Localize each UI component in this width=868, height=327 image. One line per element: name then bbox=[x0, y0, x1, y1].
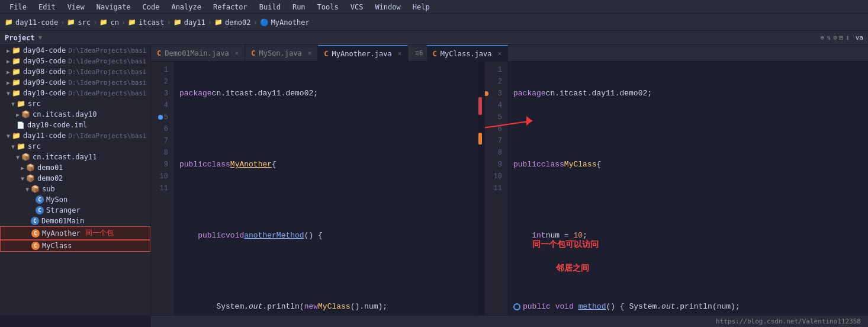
breadcrumb-myanother[interactable]: 🔵 bbox=[260, 18, 269, 27]
tab-icon-myson: C bbox=[251, 49, 255, 57]
class-icon-stranger: C bbox=[36, 206, 44, 214]
menu-tools[interactable]: Tools bbox=[313, 2, 343, 12]
folder-icon-day05: 📁 bbox=[12, 57, 21, 65]
sidebar-item-cn-itcast-day10[interactable]: 📦 cn.itcast.day10 bbox=[0, 109, 150, 120]
tab-close-demo01main[interactable]: × bbox=[235, 49, 239, 57]
sidebar-item-demo01main[interactable]: C Demo01Main bbox=[0, 216, 150, 226]
tab-myclass[interactable]: C MyClass.java × bbox=[427, 45, 509, 62]
sidebar-text-demo02: demo02 bbox=[37, 174, 63, 182]
menu-bar: File Edit View Navigate Code Analyze Ref… bbox=[0, 0, 868, 14]
line-numbers-left: 1 2 3 4 5 6 7 8 9 10 11 bbox=[151, 62, 175, 315]
sidebar-item-demo02[interactable]: 📦 demo02 bbox=[0, 173, 150, 184]
breadcrumb-demo02[interactable]: demo02 bbox=[225, 18, 250, 27]
sidebar-path-day11: D:\IdeaProjects\basi bbox=[68, 132, 146, 140]
breadcrumb-day11-pkg[interactable]: day11 bbox=[184, 18, 205, 27]
menu-window[interactable]: Window bbox=[370, 2, 405, 12]
sidebar-item-day11[interactable]: 📁 day11-code D:\IdeaProjects\basi bbox=[0, 130, 150, 141]
sidebar-item-day11-src[interactable]: 📁 src bbox=[0, 141, 150, 152]
tab-demo01main[interactable]: C Demo01Main.java × bbox=[151, 45, 245, 62]
sidebar-item-day10[interactable]: 📁 day10-code D:\IdeaProjects\basi bbox=[0, 88, 150, 98]
code-line-2 bbox=[179, 123, 473, 135]
menu-view[interactable]: View bbox=[63, 2, 89, 12]
code-lines-right[interactable]: package cn.itcast.day11.demo02; public c… bbox=[509, 62, 868, 315]
sidebar-item-day04[interactable]: 📁 day04-code D:\IdeaProjects\basi bbox=[0, 45, 150, 56]
one-pkg-label: 同一个包 bbox=[85, 228, 114, 238]
folder-icon-day10-src: 📁 bbox=[17, 100, 25, 108]
sidebar-text-myclass: MyClass bbox=[42, 242, 72, 250]
folder-icon-cnitcast10: 📦 bbox=[21, 110, 30, 118]
sidebar-item-demo01[interactable]: 📦 demo01 bbox=[0, 162, 150, 173]
menu-refactor[interactable]: Refactor bbox=[208, 2, 252, 12]
collapse-icon[interactable]: ⊟ bbox=[840, 34, 844, 41]
menu-run[interactable]: Run bbox=[288, 2, 310, 12]
folder-icon-demo01: 📦 bbox=[26, 164, 35, 172]
rcode-line-2 bbox=[513, 123, 863, 135]
project-label: Project bbox=[5, 34, 35, 42]
breadcrumb-icon-4: 📁 bbox=[173, 18, 182, 26]
menu-vcs[interactable]: VCS bbox=[346, 2, 368, 12]
menu-file[interactable]: File bbox=[5, 2, 31, 12]
class-icon-myanother: C bbox=[31, 229, 40, 238]
menu-navigate[interactable]: Navigate bbox=[92, 2, 136, 12]
sidebar-item-stranger[interactable]: C Stranger bbox=[0, 205, 150, 216]
toolbar: Project ▼ ⊕ ⇅ ⚙ ⊟ ↕ va bbox=[0, 31, 868, 45]
menu-help[interactable]: Help bbox=[408, 2, 435, 12]
breadcrumb-itcast[interactable]: itcast bbox=[139, 18, 164, 27]
breadcrumb-myanother-label[interactable]: MyAnother bbox=[271, 18, 310, 27]
rcode-line-6 bbox=[513, 265, 863, 277]
tab-close-myson[interactable]: × bbox=[308, 49, 312, 57]
tab-close-myanother[interactable]: × bbox=[398, 50, 402, 57]
breadcrumb-src[interactable]: src bbox=[78, 18, 91, 27]
breadcrumb-day11[interactable]: day11-code bbox=[15, 18, 58, 27]
tab-icon-demo01main: C bbox=[157, 49, 161, 57]
sidebar-item-sub[interactable]: 📦 sub bbox=[0, 184, 150, 194]
sidebar-text-demo01: demo01 bbox=[37, 164, 63, 172]
tree-arrow-day05 bbox=[5, 58, 12, 65]
sidebar-item-cn-itcast-day11[interactable]: 📦 cn.itcast.day11 bbox=[0, 152, 150, 162]
tab-myson[interactable]: C MySon.java × bbox=[245, 45, 318, 62]
class-icon-myson: C bbox=[36, 195, 44, 204]
tab-myanother[interactable]: C MyAnother.java × bbox=[318, 45, 408, 62]
folder-icon-day08: 📁 bbox=[12, 68, 21, 76]
code-line-1: package cn.itcast.day11.demo02; bbox=[179, 88, 473, 100]
breadcrumb-icon-0: 📁 bbox=[5, 18, 13, 26]
line-numbers-right: 1 2 3 4 5 6 7 8 9 10 11 bbox=[485, 62, 509, 315]
tab-divider bbox=[409, 45, 410, 61]
tab-close-myclass[interactable]: × bbox=[498, 50, 502, 57]
add-icon[interactable]: ⊕ bbox=[821, 34, 825, 41]
split-indicator: ≡6 bbox=[412, 49, 426, 57]
sidebar-path-day09: D:\IdeaProjects\basi bbox=[68, 79, 146, 86]
sidebar-item-day05[interactable]: 📁 day05-code D:\IdeaProjects\basi bbox=[0, 56, 150, 66]
code-lines-left[interactable]: package cn.itcast.day11.demo02; public c… bbox=[175, 62, 478, 315]
sidebar-item-myson[interactable]: C MySon bbox=[0, 194, 150, 205]
menu-analyze[interactable]: Analyze bbox=[166, 2, 206, 12]
sidebar-item-myclass[interactable]: C MyClass bbox=[0, 240, 150, 252]
sidebar-item-day08[interactable]: 📁 day08-code D:\IdeaProjects\basi bbox=[0, 66, 150, 77]
sidebar-item-day09[interactable]: 📁 day09-code D:\IdeaProjects\basi bbox=[0, 77, 150, 88]
breadcrumb-cn[interactable]: cn bbox=[110, 18, 118, 27]
menu-edit[interactable]: Edit bbox=[34, 2, 60, 12]
sidebar-text-myson: MySon bbox=[46, 195, 67, 204]
expand-icon[interactable]: ↕ bbox=[846, 34, 850, 41]
folder-icon-day11-src: 📁 bbox=[17, 142, 25, 150]
tab-icon-myclass: C bbox=[433, 50, 437, 58]
sync-icon[interactable]: ⇅ bbox=[827, 34, 831, 41]
code-content-left[interactable]: 1 2 3 4 5 6 7 8 9 10 11 bbox=[151, 62, 483, 315]
code-line-3: public class MyAnother { bbox=[179, 159, 473, 171]
tree-arrow-sub bbox=[24, 186, 31, 193]
sidebar-text-demo01main: Demo01Main bbox=[41, 217, 84, 225]
menu-build[interactable]: Build bbox=[255, 2, 285, 12]
tab-label-myclass: MyClass.java bbox=[441, 50, 492, 58]
sidebar-text-day11: day11-code bbox=[23, 132, 66, 140]
sidebar-item-myanother[interactable]: C MyAnother 同一个包 bbox=[0, 226, 150, 240]
scrollbar-left[interactable] bbox=[478, 62, 483, 315]
sidebar-item-day10-src[interactable]: 📁 src bbox=[0, 98, 150, 109]
sidebar-text-stranger: Stranger bbox=[46, 206, 81, 214]
tabs-bar: C Demo01Main.java × C MySon.java × C MyA… bbox=[151, 45, 868, 62]
breadcrumb-icon-1: 📁 bbox=[67, 18, 75, 26]
code-content-right[interactable]: 1 2 3 4 5 6 7 8 9 10 11 bbox=[485, 62, 868, 315]
sidebar-path-day04: D:\IdeaProjects\basi bbox=[68, 47, 146, 54]
menu-code[interactable]: Code bbox=[138, 2, 165, 12]
gear-icon[interactable]: ⚙ bbox=[833, 34, 837, 41]
sidebar-item-day10-iml[interactable]: 📄 day10-code.iml bbox=[0, 120, 150, 130]
